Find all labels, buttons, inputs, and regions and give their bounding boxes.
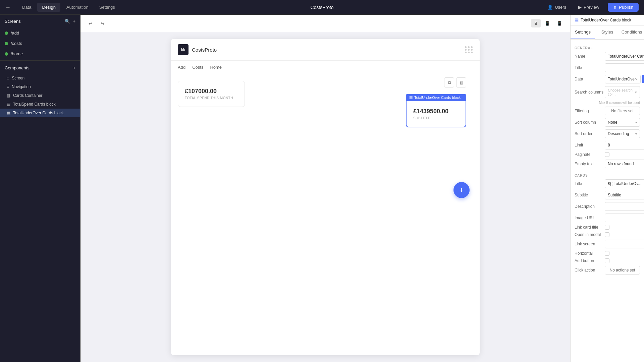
screen-item-add[interactable]: /add bbox=[0, 28, 80, 38]
field-emptytext-input-wrap: ⚡ bbox=[605, 160, 644, 168]
nav-item-costs[interactable]: Costs bbox=[192, 65, 203, 70]
subtitle-input[interactable] bbox=[605, 191, 644, 199]
canvas-cards-area: ⧉ 🗑 £107000.00 TOTAL SPEND THIS MONTH ▤ … bbox=[171, 74, 480, 208]
tab-conditions-panel[interactable]: Conditions bbox=[620, 25, 644, 39]
tab-data[interactable]: Data bbox=[17, 3, 36, 12]
screen-item-costs[interactable]: /costs bbox=[0, 38, 80, 49]
horizontal-checkbox-wrap bbox=[605, 251, 609, 256]
field-filtering-input-wrap: No filters set bbox=[605, 107, 640, 115]
openinmodal-checkbox-wrap bbox=[605, 232, 609, 237]
add-screen-icon[interactable]: + bbox=[73, 19, 75, 24]
desktop-view-button[interactable]: 🖥 bbox=[531, 19, 541, 27]
field-paginate-label: Paginate bbox=[575, 152, 605, 157]
tab-settings-panel[interactable]: Settings bbox=[571, 25, 595, 39]
users-button[interactable]: 👤 Users bbox=[544, 3, 570, 11]
field-horizontal-label: Horizontal bbox=[575, 251, 605, 256]
field-clickaction-input-wrap: No actions set bbox=[605, 266, 640, 275]
left-sidebar: Screens 🔍 + /add /costs /home Components… bbox=[0, 15, 80, 362]
duplicate-button[interactable]: ⧉ bbox=[444, 77, 454, 87]
search-icon[interactable]: 🔍 bbox=[65, 19, 70, 24]
empty-text-input[interactable] bbox=[605, 160, 644, 168]
component-icon: ▤ bbox=[7, 111, 10, 115]
panel-tabs: Settings Styles Conditions bbox=[571, 25, 644, 40]
add-button-checkbox[interactable] bbox=[605, 258, 609, 263]
data-dropdown[interactable]: TotalUnderOver ▾ bbox=[605, 75, 641, 83]
mobile-view-button[interactable]: 📱 bbox=[554, 19, 565, 27]
delete-button[interactable]: 🗑 bbox=[456, 77, 466, 87]
field-data-input-wrap: TotalUnderOver ▾ ⚙ bbox=[605, 75, 644, 83]
frame-app-name: CostsProto bbox=[192, 47, 217, 53]
card-action-buttons: ⧉ 🗑 bbox=[444, 77, 466, 87]
description-input[interactable] bbox=[605, 202, 644, 211]
component-navigation[interactable]: ≡ Navigation bbox=[0, 82, 80, 91]
name-input[interactable] bbox=[605, 52, 644, 61]
field-openinmodal-row: Open in modal bbox=[575, 232, 640, 237]
limit-input[interactable] bbox=[605, 141, 644, 149]
chevron-down-icon: ▾ bbox=[636, 77, 638, 81]
spend-card[interactable]: £107000.00 TOTAL SPEND THIS MONTH bbox=[178, 81, 245, 107]
preview-icon: ▶ bbox=[578, 5, 582, 10]
limit-stepper: ▲ ▼ bbox=[605, 141, 644, 149]
tablet-view-button[interactable]: 📱 bbox=[542, 19, 553, 27]
link-screen-input[interactable] bbox=[605, 240, 644, 248]
link-card-title-checkbox[interactable] bbox=[605, 225, 609, 230]
component-totalspend[interactable]: ▤ TotalSpend Cards block bbox=[0, 100, 80, 109]
top-nav-right-actions: 👤 Users ▶ Preview ⬆ Publish bbox=[544, 3, 639, 12]
data-settings-button[interactable]: ⚙ bbox=[642, 75, 644, 83]
filtering-button[interactable]: No filters set bbox=[605, 107, 640, 115]
component-icon: ≡ bbox=[7, 84, 9, 89]
selected-card[interactable]: £1439500.00 SUBTITLE bbox=[406, 101, 466, 127]
image-url-input[interactable] bbox=[605, 214, 644, 222]
addbutton-checkbox-wrap bbox=[605, 258, 609, 263]
component-cards-container[interactable]: ▦ Cards Container bbox=[0, 91, 80, 100]
field-filtering-label: Filtering bbox=[575, 109, 605, 113]
paginate-checkbox-wrap bbox=[605, 152, 609, 157]
field-data-label: Data bbox=[575, 77, 605, 81]
field-sortcol-input-wrap: None ▾ bbox=[605, 118, 640, 127]
tab-settings[interactable]: Settings bbox=[95, 3, 120, 12]
field-data-row: Data TotalUnderOver ▾ ⚙ bbox=[575, 75, 640, 83]
fab-add-button[interactable]: + bbox=[453, 182, 470, 198]
field-paginate-row: Paginate bbox=[575, 152, 640, 157]
click-action-button[interactable]: No actions set bbox=[605, 266, 640, 275]
field-cardtitle-label: Title bbox=[575, 181, 605, 186]
component-totalunderover[interactable]: ▤ TotalUnderOver Cards block bbox=[0, 109, 80, 117]
field-limit-row: Limit ▲ ▼ bbox=[575, 141, 640, 149]
sort-column-dropdown[interactable]: None ▾ bbox=[605, 118, 640, 127]
field-searchcols-input-wrap: Choose search col... ▾ bbox=[605, 86, 640, 98]
field-limit-input-wrap: ▲ ▼ bbox=[605, 141, 644, 149]
tab-automation[interactable]: Automation bbox=[62, 3, 93, 12]
component-screen[interactable]: □ Screen bbox=[0, 74, 80, 82]
view-buttons: 🖥 📱 📱 bbox=[531, 19, 565, 27]
field-subtitle-row: Subtitle ⚡ bbox=[575, 191, 640, 199]
frame-menu-dots[interactable] bbox=[465, 46, 473, 53]
undo-button[interactable]: ↩ bbox=[86, 19, 95, 28]
canvas-toolbar: ↩ ↪ 🖥 📱 📱 bbox=[80, 15, 570, 32]
tab-styles-panel[interactable]: Styles bbox=[595, 25, 620, 39]
screen-dot bbox=[5, 42, 8, 45]
nav-item-home[interactable]: Home bbox=[210, 65, 222, 70]
open-in-modal-checkbox[interactable] bbox=[605, 232, 609, 237]
back-button[interactable]: ← bbox=[5, 4, 11, 10]
horizontal-checkbox[interactable] bbox=[605, 251, 609, 256]
nav-item-add[interactable]: Add bbox=[178, 65, 185, 70]
publish-button[interactable]: ⬆ Publish bbox=[608, 3, 639, 12]
tab-design[interactable]: Design bbox=[37, 3, 60, 12]
add-component-icon[interactable]: + bbox=[73, 65, 75, 70]
field-imageurl-label: Image URL bbox=[575, 216, 605, 220]
sort-order-dropdown[interactable]: Descending ▾ bbox=[605, 129, 640, 138]
title-input[interactable] bbox=[605, 63, 644, 72]
preview-button[interactable]: ▶ Preview bbox=[575, 3, 602, 11]
card-title-input[interactable] bbox=[605, 179, 644, 188]
user-icon: 👤 bbox=[547, 5, 553, 10]
components-header: Components + bbox=[0, 62, 80, 74]
search-columns-dropdown[interactable]: Choose search col... ▾ bbox=[605, 86, 640, 98]
screen-item-home[interactable]: /home bbox=[0, 49, 80, 59]
screen-dot bbox=[5, 52, 8, 56]
sort-column-value: None bbox=[608, 120, 618, 125]
screens-header-icons: 🔍 + bbox=[65, 19, 75, 24]
field-clickaction-row: Click action No actions set bbox=[575, 266, 640, 275]
paginate-checkbox[interactable] bbox=[605, 152, 609, 157]
field-linkcardtitle-row: Link card title bbox=[575, 225, 640, 230]
redo-button[interactable]: ↪ bbox=[98, 19, 107, 28]
